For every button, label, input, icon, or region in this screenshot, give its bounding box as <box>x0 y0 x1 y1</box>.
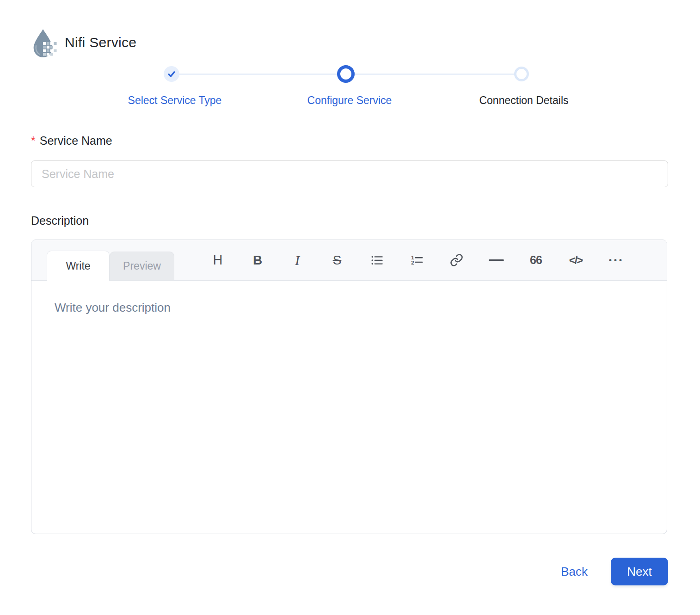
more-options-icon[interactable]: ••• <box>608 251 623 270</box>
back-button[interactable]: Back <box>561 565 588 579</box>
required-marker: * <box>31 134 36 147</box>
quote-icon[interactable]: 66 <box>528 251 544 270</box>
service-name-input[interactable] <box>31 160 668 187</box>
service-name-label-text: Service Name <box>40 134 112 147</box>
svg-text:2: 2 <box>411 259 414 265</box>
step-label-connection-details[interactable]: Connection Details <box>479 94 568 107</box>
horizontal-rule-icon[interactable] <box>488 251 504 270</box>
service-name-label: *Service Name <box>31 134 112 148</box>
configure-service-page: Nifi Service Select Service Type Configu… <box>0 0 700 615</box>
tab-write[interactable]: Write <box>47 251 110 281</box>
step-label-select-service-type[interactable]: Select Service Type <box>128 94 222 107</box>
numbered-list-icon[interactable]: 1 2 <box>409 251 424 270</box>
next-button[interactable]: Next <box>611 558 668 585</box>
italic-icon[interactable]: I <box>289 251 305 270</box>
description-textarea[interactable] <box>31 281 667 534</box>
step-label-configure-service[interactable]: Configure Service <box>307 94 392 107</box>
heading-icon[interactable]: H <box>210 251 226 270</box>
strikethrough-icon[interactable]: S <box>329 251 345 270</box>
editor-tabs: Write Preview <box>47 251 174 280</box>
check-icon <box>167 69 176 79</box>
wizard-stepper: Select Service Type Configure Service Co… <box>0 0 700 111</box>
editor-toolbar: Write Preview H B I S 1 <box>31 240 667 281</box>
editor-write-area <box>31 281 667 534</box>
link-icon[interactable] <box>448 251 464 270</box>
bold-icon[interactable]: B <box>250 251 265 270</box>
tab-preview[interactable]: Preview <box>110 252 174 280</box>
step-connection-details-indicator[interactable] <box>514 67 529 81</box>
editor-toolbar-buttons: H B I S 1 2 <box>210 251 623 270</box>
code-icon[interactable]: </> <box>568 251 583 270</box>
step-select-service-type-indicator[interactable] <box>164 66 179 82</box>
step-configure-service-indicator[interactable] <box>337 65 355 83</box>
wizard-footer: Back Next <box>561 558 668 585</box>
description-label: Description <box>31 214 89 228</box>
bulleted-list-icon[interactable] <box>369 251 385 270</box>
description-editor: Write Preview H B I S 1 <box>31 240 667 534</box>
